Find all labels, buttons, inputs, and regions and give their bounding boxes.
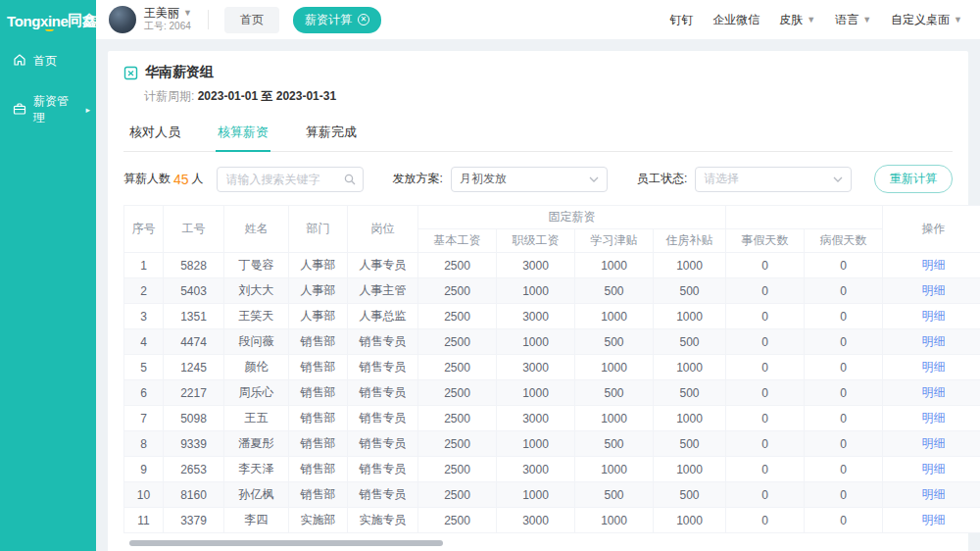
chevron-down-icon xyxy=(833,176,843,182)
cell-position: 销售专员 xyxy=(348,457,418,482)
topbar-menu-item[interactable]: 企业微信 xyxy=(712,12,760,28)
cell-seq: 5 xyxy=(124,355,164,380)
cell-housing-subsidy: 500 xyxy=(654,431,726,457)
cell-action: 明细 xyxy=(883,457,980,482)
cell-level-salary: 3000 xyxy=(497,304,575,329)
cell-dept: 销售部 xyxy=(289,457,348,482)
menu-item-label: 自定义桌面 xyxy=(891,12,950,28)
payroll-group-icon xyxy=(123,66,138,80)
cell-housing-subsidy: 500 xyxy=(654,482,726,508)
page-title: 华南薪资组 xyxy=(145,64,214,81)
chevron-down-icon xyxy=(589,176,599,182)
pay-period-label: 计薪周期: xyxy=(144,89,194,103)
detail-link[interactable]: 明细 xyxy=(922,360,946,374)
detail-link[interactable]: 明细 xyxy=(922,411,946,425)
cell-sick-leave-days: 0 xyxy=(805,380,883,406)
cell-emp-id: 9339 xyxy=(164,431,224,457)
cell-personal-leave-days: 0 xyxy=(726,482,805,508)
detail-link[interactable]: 明细 xyxy=(922,487,946,501)
cell-action: 明细 xyxy=(883,253,980,278)
cell-level-salary: 1000 xyxy=(497,380,575,406)
close-icon[interactable]: ✕ xyxy=(358,14,369,25)
window-tab-salary-calc[interactable]: 薪资计算 ✕ xyxy=(293,7,381,33)
cell-action: 明细 xyxy=(883,278,980,304)
tab-算薪完成[interactable]: 算薪完成 xyxy=(304,115,359,151)
chevron-right-icon: ▸ xyxy=(85,105,90,115)
cell-level-salary: 3000 xyxy=(497,253,575,278)
sidebar-item-home[interactable]: 首页 xyxy=(0,41,96,81)
col-position: 岗位 xyxy=(348,206,418,253)
window-tab-home[interactable]: 首页 xyxy=(224,7,279,33)
user-name-dropdown[interactable]: 王美丽 ▼ xyxy=(144,6,192,21)
avatar[interactable] xyxy=(109,6,136,33)
search-icon[interactable] xyxy=(344,174,356,185)
table-row: 89339潘夏彤销售部销售专员2500100050050000明细 xyxy=(124,431,980,457)
cell-sick-leave-days: 0 xyxy=(805,431,883,457)
cell-action: 明细 xyxy=(883,355,980,380)
cell-housing-subsidy: 1000 xyxy=(654,253,726,278)
table-row: 25403刘大大人事部人事主管2500100050050000明细 xyxy=(124,278,980,304)
cell-position: 销售专员 xyxy=(348,431,418,457)
detail-link[interactable]: 明细 xyxy=(922,309,946,323)
topbar-menu-item[interactable]: 皮肤▼ xyxy=(779,12,815,28)
menu-item-label: 钉钉 xyxy=(669,12,693,28)
cell-name: 王笑天 xyxy=(224,304,289,329)
cell-level-salary: 1000 xyxy=(497,431,575,457)
detail-link[interactable]: 明细 xyxy=(922,283,946,297)
cell-seq: 8 xyxy=(124,431,164,457)
cell-housing-subsidy: 1000 xyxy=(654,355,726,380)
sidebar-item-label: 薪资管理 xyxy=(33,93,78,126)
detail-link[interactable]: 明细 xyxy=(922,436,946,450)
col-group-fixed-salary: 固定薪资 xyxy=(418,206,726,229)
cell-sick-leave-days: 0 xyxy=(805,457,883,482)
cell-position: 销售专员 xyxy=(348,329,418,355)
cell-dept: 销售部 xyxy=(289,482,348,508)
cell-base-salary: 2500 xyxy=(418,278,497,304)
table-row: 108160孙亿枫销售部销售专员2500100050050000明细 xyxy=(124,482,980,508)
sidebar-item-payroll-management[interactable]: 薪资管理▸ xyxy=(0,81,96,138)
topbar-menu-item[interactable]: 钉钉 xyxy=(669,12,693,28)
recalculate-button[interactable]: 重新计算 xyxy=(874,165,953,193)
cell-study-allowance: 1000 xyxy=(575,508,654,533)
cell-sick-leave-days: 0 xyxy=(805,329,883,355)
cell-position: 销售专员 xyxy=(348,482,418,508)
plan-select[interactable]: 月初发放 xyxy=(451,167,608,192)
cell-housing-subsidy: 500 xyxy=(654,329,726,355)
detail-link[interactable]: 明细 xyxy=(922,385,946,399)
cell-dept: 销售部 xyxy=(289,329,348,355)
logo-smile-icon xyxy=(45,26,54,31)
cell-emp-id: 2653 xyxy=(164,457,224,482)
search-input[interactable] xyxy=(217,167,364,192)
table-header-row: 序号 工号 姓名 部门 岗位 固定薪资 操作 xyxy=(124,206,980,229)
divider xyxy=(208,10,209,29)
cell-seq: 4 xyxy=(124,329,164,355)
detail-link[interactable]: 明细 xyxy=(922,334,946,348)
tab-核算薪资[interactable]: 核算薪资 xyxy=(216,115,270,152)
detail-link[interactable]: 明细 xyxy=(922,462,946,476)
col-sick-leave: 病假天数 xyxy=(805,229,883,253)
detail-link[interactable]: 明细 xyxy=(922,513,946,526)
cell-personal-leave-days: 0 xyxy=(726,329,805,355)
col-action: 操作 xyxy=(883,206,980,253)
cell-position: 销售专员 xyxy=(348,355,418,380)
cell-housing-subsidy: 500 xyxy=(654,380,726,406)
status-select[interactable]: 请选择 xyxy=(695,167,852,192)
horizontal-scrollbar[interactable] xyxy=(129,540,443,546)
cell-personal-leave-days: 0 xyxy=(726,508,805,533)
pay-period: 计薪周期: 2023-01-01 至 2023-01-31 xyxy=(144,88,953,105)
cell-study-allowance: 500 xyxy=(575,380,654,406)
cell-emp-id: 5403 xyxy=(164,278,224,304)
cell-dept: 人事部 xyxy=(289,253,348,278)
cell-housing-subsidy: 1000 xyxy=(654,508,726,533)
briefcase-icon xyxy=(13,102,26,119)
sidebar-item-label: 首页 xyxy=(33,53,57,70)
cell-dept: 人事部 xyxy=(289,278,348,304)
tab-核对人员[interactable]: 核对人员 xyxy=(127,115,182,151)
topbar-menu-item[interactable]: 自定义桌面▼ xyxy=(891,12,962,28)
detail-link[interactable]: 明细 xyxy=(922,258,946,272)
cell-emp-id: 8160 xyxy=(164,482,224,508)
topbar-menu-item[interactable]: 语言▼ xyxy=(835,12,871,28)
cell-seq: 6 xyxy=(124,380,164,406)
cell-emp-id: 1245 xyxy=(164,355,224,380)
table-row: 92653李天泽销售部销售专员250030001000100000明细 xyxy=(124,457,980,482)
